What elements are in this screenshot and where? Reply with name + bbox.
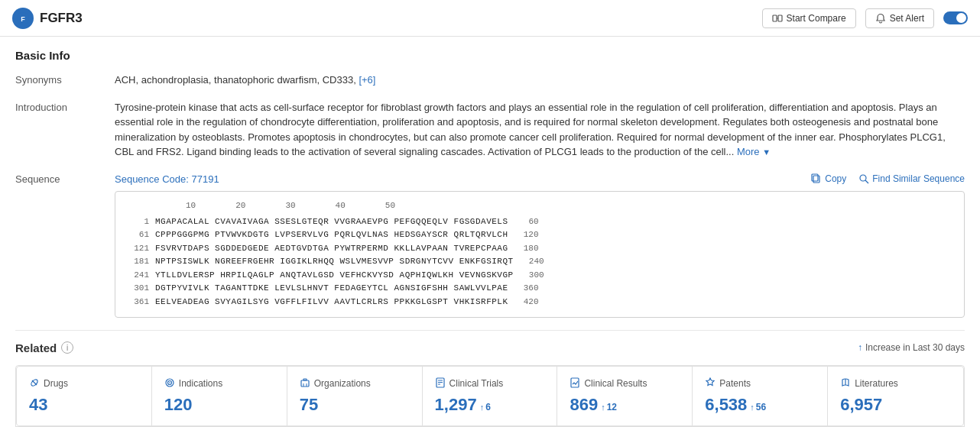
related-container: Drugs43Indications120Organizations75Clin… [15, 365, 965, 427]
svg-text:F: F [21, 15, 25, 23]
svg-rect-22 [571, 378, 579, 387]
increase-badge: ↑12 [601, 402, 617, 412]
sequence-line: 361EELVEADEAG SVYAGILSYG VGFFLFILVV AAVT… [126, 296, 953, 309]
increase-badge: ↑56 [750, 402, 766, 412]
header-left: F FGFR3 [12, 8, 83, 29]
svg-rect-5 [813, 176, 819, 183]
introduction-label: Introduction [15, 100, 115, 113]
related-cell[interactable]: Literatures6,957 [828, 367, 963, 425]
cell-value-row: 869↑12 [570, 395, 680, 415]
cell-value-row: 1,297↑6 [435, 395, 545, 415]
trial-icon [435, 377, 446, 390]
increase-badge: ↑6 [480, 402, 491, 412]
introduction-row: Introduction Tyrosine-protein kinase tha… [15, 100, 965, 160]
related-grid: Drugs43Indications120Organizations75Clin… [16, 366, 964, 426]
svg-rect-3 [778, 15, 782, 21]
svg-point-13 [169, 382, 170, 383]
sequence-label: Sequence [15, 172, 115, 185]
cell-label-row: Indications [164, 377, 274, 390]
increase-value: 6 [485, 402, 491, 412]
svg-rect-2 [773, 15, 777, 21]
sequence-lines: 1MGAPACALAL CVAVAIVAGA SSESLGTEQR VVGRAA… [126, 215, 953, 309]
logo-icon: F [12, 8, 34, 29]
copy-icon [811, 173, 822, 184]
cell-value-row: 6,538↑56 [705, 395, 815, 415]
copy-button[interactable]: Copy [811, 173, 846, 184]
org-icon [300, 377, 310, 390]
increase-label: ↑ Increase in Last 30 days [858, 342, 965, 353]
sequence-code-link[interactable]: Sequence Code: 77191 [115, 172, 219, 187]
cell-value: 75 [300, 395, 318, 415]
related-cell[interactable]: Indications120 [152, 367, 287, 425]
sequence-line: 181NPTPSISWLK NGREEFRGEHR IGGIKLRHQQ WSL… [126, 255, 953, 269]
introduction-text: Tyrosine-protein kinase that acts as cel… [115, 102, 946, 158]
arrow-up-icon: ↑ [858, 342, 862, 353]
related-title-text: Related [15, 341, 57, 354]
related-info-icon[interactable]: i [61, 341, 73, 354]
svg-line-10 [32, 380, 37, 385]
related-title: Related i [15, 341, 73, 354]
cell-label-row: Organizations [300, 377, 410, 390]
sequence-code-label: Sequence Code: [115, 173, 189, 185]
start-compare-button[interactable]: Start Compare [762, 8, 856, 28]
increase-text: Increase in Last 30 days [865, 342, 965, 353]
cell-value: 6,957 [840, 395, 882, 415]
sequence-actions: Copy Find Similar Sequence [811, 173, 965, 184]
result-icon [570, 377, 580, 390]
synonyms-label: Synonyms [15, 73, 115, 86]
related-cell[interactable]: Organizations75 [287, 367, 423, 425]
svg-rect-6 [812, 174, 818, 181]
more-link[interactable]: More [737, 146, 760, 157]
sequence-row: Sequence Sequence Code: 77191 Copy [15, 172, 965, 318]
related-cell[interactable]: Clinical Trials1,297↑6 [423, 367, 558, 425]
cell-value: 120 [164, 395, 193, 415]
cell-label-row: Drugs [29, 377, 139, 390]
cell-label-row: Patents [705, 377, 815, 390]
cell-label-row: Literatures [840, 377, 951, 390]
find-similar-label: Find Similar Sequence [872, 173, 965, 184]
sequence-code: 77191 [191, 173, 219, 185]
compare-icon [772, 13, 783, 24]
basic-info-title: Basic Info [15, 49, 965, 62]
alert-label: Set Alert [890, 13, 924, 24]
related-cell[interactable]: Clinical Results869↑12 [557, 367, 693, 425]
increase-value: 12 [607, 402, 617, 412]
sequence-line: 241YTLLDVLERSP HRPILQAGLP ANQTAVLGSD VEF… [126, 269, 953, 283]
synonyms-value: ACH, achondroplasia, thanatophoric dwarf… [115, 73, 965, 88]
cell-label-row: Clinical Trials [435, 377, 545, 390]
svg-rect-14 [301, 380, 309, 387]
cell-value-row: 43 [29, 395, 139, 415]
synonyms-text: ACH, achondroplasia, thanatophoric dwarf… [115, 74, 356, 86]
svg-line-8 [865, 180, 868, 183]
cell-value-row: 75 [300, 395, 410, 415]
main-content: Basic Info Synonyms ACH, achondroplasia,… [0, 37, 980, 427]
related-cell[interactable]: Drugs43 [17, 367, 152, 425]
related-header: Related i ↑ Increase in Last 30 days [15, 341, 965, 354]
arrow-up-icon: ↑ [750, 403, 754, 412]
related-cell[interactable]: Patents6,538↑56 [693, 367, 828, 425]
synonyms-row: Synonyms ACH, achondroplasia, thanatopho… [15, 73, 965, 88]
sequence-box[interactable]: 10 20 30 40 50 1MGAPACALAL CVAVAIVAGA SS… [115, 191, 965, 318]
search-icon [858, 173, 869, 184]
cell-value-row: 120 [164, 395, 274, 415]
header-right: Start Compare Set Alert [762, 8, 968, 28]
cell-label-row: Clinical Results [570, 377, 680, 390]
set-alert-button[interactable]: Set Alert [865, 8, 934, 28]
increase-value: 56 [756, 402, 766, 412]
pill-icon [29, 377, 40, 390]
cell-value: 869 [570, 395, 598, 415]
svg-rect-15 [303, 379, 307, 380]
sequence-header: Sequence Code: 77191 Copy [115, 172, 965, 187]
arrow-up-icon: ↑ [480, 403, 485, 412]
page-title: FGFR3 [40, 11, 83, 26]
find-similar-button[interactable]: Find Similar Sequence [858, 173, 965, 184]
alert-toggle[interactable] [943, 11, 968, 24]
target-icon [164, 377, 175, 390]
sequence-value: Sequence Code: 77191 Copy [115, 172, 965, 318]
sequence-line: 121FSVRVTDAPS SGDDEDGEDE AEDTGVDTGA PYWT… [126, 242, 953, 256]
sequence-line: 301DGTPYVIVLK TAGANTTDKE LEVLSLHNVT FEDA… [126, 282, 953, 296]
synonyms-more-link[interactable]: [+6] [359, 74, 375, 86]
chevron-down-icon: ▼ [762, 147, 771, 157]
cell-value: 6,538 [705, 395, 747, 415]
svg-point-7 [860, 175, 866, 181]
